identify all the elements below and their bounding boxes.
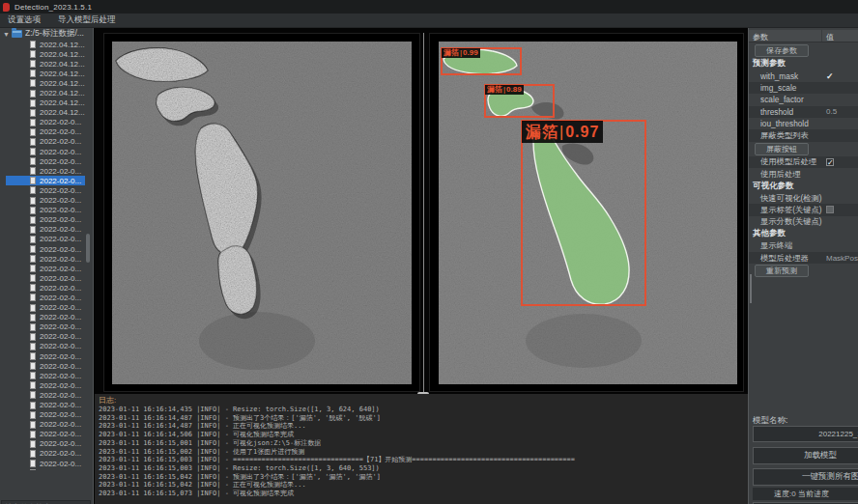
param-row[interactable]: 模型后处理器MaskPostPro [749, 252, 858, 264]
param-value[interactable]: MaskPostPro [826, 254, 858, 263]
tree-item[interactable]: 2022-02-0... [0, 215, 92, 225]
chevron-down-icon[interactable]: ▼ [3, 31, 9, 38]
load-model-button[interactable]: 加载模型 [753, 447, 858, 464]
tree-item[interactable]: 2022.04.12... [0, 98, 92, 108]
param-label: 使用后处理 [749, 169, 800, 180]
param-section-label: 其他参数 [749, 228, 786, 239]
tree-item[interactable]: 2022-02-0... [0, 303, 92, 313]
predict-all-button[interactable]: 一键预测所有图片 [753, 468, 858, 486]
tree-item[interactable]: 2022-02-0... [0, 235, 92, 244]
param-action-button[interactable]: 保存参数 [755, 44, 809, 57]
tree-item[interactable]: 2022-02-0... [0, 273, 92, 283]
tree-item[interactable]: 2022-02-0... [0, 147, 92, 156]
tree-item-label: 2022-02-0... [40, 362, 81, 371]
param-row[interactable]: threshold0.5 [749, 106, 858, 118]
tree-item[interactable]: 2022-02-0... [0, 127, 92, 137]
viewer-area: 漏箔|0.99漏箔|0.89漏箔|0.97 日志: 2023-01-11 16:… [93, 28, 748, 504]
param-row[interactable]: iou_threshold [749, 118, 858, 129]
file-icon [30, 207, 36, 214]
param-row[interactable]: with_mask✓ [749, 70, 858, 81]
tree-item[interactable]: 2022-02-0... [0, 371, 92, 380]
panel-splitter[interactable] [423, 33, 424, 392]
log-title: 日志: [99, 396, 749, 406]
menu-settings[interactable]: 设置选项 [8, 14, 41, 26]
tree-item[interactable]: 2022-02-0... [0, 449, 92, 459]
file-icon [30, 391, 36, 399]
tree-item[interactable]: 2022-02-0... [0, 264, 92, 273]
param-row[interactable]: 显示分数(关键点) [749, 216, 858, 228]
tree-item[interactable]: 2022-02-0... [0, 439, 92, 449]
tree-item[interactable]: 2022-02-0... [0, 342, 92, 351]
tree-item-label: 2022-02-0... [40, 332, 81, 341]
tree-item[interactable]: 2022-02-0... [0, 254, 92, 264]
tree-item-label: 2022-02-0... [40, 449, 81, 458]
detection-class: 漏箔 [487, 85, 502, 95]
tree-item[interactable]: 2022.04.12... [0, 49, 92, 59]
tree-item[interactable]: 2022-02-0... [0, 361, 92, 371]
tree-item[interactable]: 2022-02-0... [0, 410, 92, 420]
file-icon [30, 70, 36, 77]
param-row[interactable]: img_scale [749, 82, 858, 94]
app-window: Detection_2023.1.5.1 设置选项 导入模型后处理 ▼ Z:/5… [0, 0, 858, 504]
tree-item-label: 2022-02-0... [40, 294, 81, 302]
menu-import-postprocess[interactable]: 导入模型后处理 [58, 14, 116, 26]
file-tree[interactable]: ▼ Z:/5-标注数据/... 2022.04.12...2022.04.12.… [0, 28, 92, 470]
tree-item[interactable]: 2022-02-0... [0, 283, 92, 293]
tree-item[interactable]: 2022-02-0... [0, 244, 92, 254]
tree-item[interactable]: 2022-02-0... [0, 459, 92, 468]
param-label: 模型后处理器 [749, 253, 809, 264]
tree-item[interactable]: 2022.04.12... [0, 108, 92, 118]
param-value[interactable]: 0.5 [826, 107, 837, 116]
tree-item[interactable]: 2022-02-0... [0, 293, 92, 302]
tree-item[interactable]: 2022-02-0... [0, 176, 92, 185]
tree-item[interactable]: 2022.04.12... [0, 88, 92, 98]
tree-item[interactable]: 2022-02-0... [0, 390, 92, 400]
tree-item[interactable]: 2022.04.12... [0, 78, 92, 88]
tree-item[interactable]: 2022-02-0... [0, 156, 92, 166]
tree-item[interactable]: 2022-02-0... [0, 206, 92, 215]
tree-item-label: 2022-02-0... [40, 439, 81, 448]
param-action-button[interactable]: 重新预测 [755, 265, 809, 277]
tree-item-label: 2022.04.12... [40, 60, 85, 69]
tree-item[interactable]: 2022-02-0... [0, 332, 92, 342]
file-icon [30, 119, 36, 126]
tree-item[interactable]: 2022-02-0... [0, 430, 92, 439]
tree-scrollbar[interactable] [86, 234, 90, 263]
tree-item[interactable]: 2022.04.12... [0, 40, 92, 49]
tree-item[interactable]: 2022-02-0... [0, 380, 92, 390]
checkbox-unchecked[interactable]: ✓ [826, 206, 834, 213]
tree-root-node[interactable]: ▼ Z:/5-标注数据/... [0, 28, 92, 40]
prediction-image[interactable]: 漏箔|0.99漏箔|0.89漏箔|0.97 [439, 42, 737, 384]
checkbox-checked[interactable]: ✓ [826, 158, 834, 166]
tree-item[interactable]: 2022.04.12... [0, 59, 92, 69]
file-icon [30, 304, 36, 312]
checkmark-icon[interactable]: ✓ [826, 71, 834, 81]
params-scrollbar[interactable] [750, 274, 752, 303]
log-console[interactable]: 日志: 2023-01-11 16:16:14,435 |INFO| - Res… [95, 394, 749, 504]
param-row[interactable]: 快速可视化(检测) [749, 192, 858, 204]
tree-item[interactable]: 2022-02-0... [0, 322, 92, 332]
tree-item[interactable]: 2022-02-0... [0, 166, 92, 176]
tree-item[interactable]: 2022-02-0... [0, 185, 92, 195]
tree-item[interactable]: 2022-02-0... [0, 351, 92, 361]
tree-item[interactable]: 2022-02-0... [0, 118, 92, 127]
param-row[interactable]: 显示终端 [749, 239, 858, 251]
tree-item[interactable]: 2022-02-0... [0, 196, 92, 206]
model-name-field[interactable]: 20221225_174813 [753, 426, 858, 442]
tree-item[interactable]: 2022-02-0... [0, 420, 92, 430]
tree-item[interactable]: 2022-02-0... [0, 400, 92, 409]
param-action-button[interactable]: 屏蔽按钮 [755, 143, 809, 155]
param-row[interactable]: 使用模型后处理✓ [749, 156, 858, 168]
original-image[interactable] [112, 42, 412, 384]
search-input[interactable] [1, 500, 91, 504]
param-row[interactable]: 显示标签(关键点)✓ [749, 204, 858, 215]
tree-item[interactable]: 2022.04.12... [0, 69, 92, 78]
param-label: threshold [749, 107, 793, 117]
param-row[interactable]: 使用后处理 [749, 168, 858, 180]
tree-item[interactable]: 2022-02-0... [0, 313, 92, 322]
param-row[interactable]: scale_factor [749, 94, 858, 105]
tree-item[interactable]: 2022-02-0... [0, 468, 92, 470]
tree-item[interactable]: 2022-02-0... [0, 137, 92, 147]
param-row[interactable]: 屏蔽类型列表 [749, 129, 858, 141]
tree-item[interactable]: 2022-02-0... [0, 225, 92, 235]
